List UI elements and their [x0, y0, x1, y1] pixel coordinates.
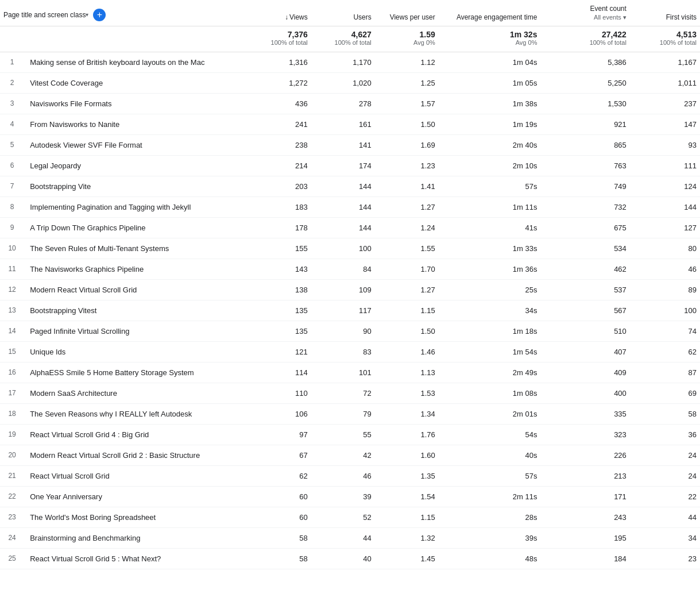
row-index: 20	[0, 445, 24, 465]
row-title[interactable]: React Virtual Scroll Grid	[24, 465, 247, 486]
row-users: 117	[311, 300, 375, 321]
row-title[interactable]: Modern SaaS Architecture	[24, 383, 247, 403]
row-index: 21	[0, 465, 24, 486]
row-index: 10	[0, 238, 24, 259]
row-title[interactable]: A Trip Down The Graphics Pipeline	[24, 217, 247, 238]
col-header-fv[interactable]: First visits	[630, 0, 700, 26]
table-row: 12Modern React Virtual Scroll Grid138109…	[0, 279, 700, 300]
row-fv: 62	[630, 341, 700, 362]
row-ec: 567	[540, 300, 629, 321]
row-index: 6	[0, 155, 24, 176]
total-users: 4,627 100% of total	[311, 26, 375, 52]
row-title[interactable]: The Navisworks Graphics Pipeline	[24, 259, 247, 279]
totals-label	[0, 26, 247, 52]
row-vpu: 1.54	[375, 486, 439, 507]
row-fv: 124	[630, 176, 700, 196]
row-views: 138	[247, 279, 311, 300]
row-title[interactable]: The Seven Reasons why I REALLY left Auto…	[24, 403, 247, 424]
row-vpu: 1.55	[375, 238, 439, 259]
row-title[interactable]: Autodesk Viewer SVF File Format	[24, 134, 247, 155]
row-views: 121	[247, 341, 311, 362]
row-title[interactable]: The Seven Rules of Multi-Tenant Systems	[24, 238, 247, 259]
row-views: 114	[247, 362, 311, 383]
row-users: 42	[311, 445, 375, 465]
col-aet-label: Average engagement time	[457, 13, 537, 21]
row-title[interactable]: Modern React Virtual Scroll Grid 2 : Bas…	[24, 445, 247, 465]
row-title[interactable]: From Navisworks to Nanite	[24, 114, 247, 134]
col-views-label: Views	[289, 13, 308, 21]
row-users: 55	[311, 424, 375, 445]
row-fv: 1,011	[630, 72, 700, 93]
table-row: 19React Virtual Scroll Grid 4 : Big Grid…	[0, 424, 700, 445]
row-title[interactable]: Bootstrapping Vite	[24, 176, 247, 196]
col-header-vpu[interactable]: Views per user	[375, 0, 439, 26]
row-index: 13	[0, 300, 24, 321]
row-fv: 100	[630, 300, 700, 321]
row-users: 79	[311, 403, 375, 424]
row-ec: 675	[540, 217, 629, 238]
row-title[interactable]: Legal Jeopardy	[24, 155, 247, 176]
table-row: 6Legal Jeopardy2141741.232m 10s763111	[0, 155, 700, 176]
row-vpu: 1.35	[375, 465, 439, 486]
total-ec: 27,422 100% of total	[540, 26, 629, 52]
row-aet: 1m 54s	[439, 341, 541, 362]
col-header-users[interactable]: Users	[311, 0, 375, 26]
row-vpu: 1.13	[375, 362, 439, 383]
col-header-aet[interactable]: Average engagement time	[439, 0, 541, 26]
col-title-dropdown-icon[interactable]: ▾	[86, 11, 88, 18]
row-views: 135	[247, 300, 311, 321]
row-fv: 58	[630, 403, 700, 424]
row-title[interactable]: Modern React Virtual Scroll Grid	[24, 279, 247, 300]
row-fv: 46	[630, 259, 700, 279]
row-title[interactable]: One Year Anniversary	[24, 486, 247, 507]
row-title[interactable]: Implementing Pagination and Tagging with…	[24, 196, 247, 217]
row-users: 100	[311, 238, 375, 259]
analytics-table: Page title and screen class ▾ + ↓ Views …	[0, 0, 700, 569]
add-column-button[interactable]: +	[93, 9, 106, 21]
row-title[interactable]: Vitest Code Coverage	[24, 72, 247, 93]
col-ec-sublabel[interactable]: All events ▾	[544, 14, 626, 21]
col-ec-dropdown-icon: ▾	[623, 14, 626, 21]
row-users: 44	[311, 527, 375, 548]
row-users: 1,020	[311, 72, 375, 93]
row-index: 8	[0, 196, 24, 217]
row-title[interactable]: The World's Most Boring Spreadsheet	[24, 507, 247, 527]
row-title[interactable]: Navisworks File Formats	[24, 93, 247, 114]
row-ec: 335	[540, 403, 629, 424]
row-ec: 323	[540, 424, 629, 445]
row-users: 84	[311, 259, 375, 279]
col-header-title[interactable]: Page title and screen class ▾ +	[0, 0, 247, 26]
row-ec: 400	[540, 383, 629, 403]
row-title[interactable]: Bootstrapping Vitest	[24, 300, 247, 321]
row-index: 22	[0, 486, 24, 507]
row-views: 238	[247, 134, 311, 155]
row-vpu: 1.50	[375, 114, 439, 134]
table-row: 22One Year Anniversary60391.542m 11s1712…	[0, 486, 700, 507]
row-users: 46	[311, 465, 375, 486]
row-users: 101	[311, 362, 375, 383]
row-aet: 1m 04s	[439, 52, 541, 72]
row-title[interactable]: Brainstorming and Benchmarking	[24, 527, 247, 548]
row-users: 141	[311, 134, 375, 155]
row-title[interactable]: Paged Infinite Virtual Scrolling	[24, 321, 247, 341]
row-title[interactable]: Unique Ids	[24, 341, 247, 362]
col-header-views[interactable]: ↓ Views	[247, 0, 311, 26]
row-title[interactable]: Making sense of British keyboard layouts…	[24, 52, 247, 72]
row-users: 161	[311, 114, 375, 134]
col-users-label: Users	[353, 13, 371, 21]
col-header-ec[interactable]: Event count All events ▾	[540, 0, 629, 26]
row-index: 9	[0, 217, 24, 238]
row-fv: 127	[630, 217, 700, 238]
row-aet: 1m 05s	[439, 72, 541, 93]
col-fv-label: First visits	[666, 13, 697, 21]
row-title[interactable]: React Virtual Scroll Grid 5 : What Next?	[24, 548, 247, 569]
row-aet: 25s	[439, 279, 541, 300]
row-index: 24	[0, 527, 24, 548]
row-fv: 80	[630, 238, 700, 259]
row-title[interactable]: AlphaESS Smile 5 Home Battery Storage Sy…	[24, 362, 247, 383]
row-title[interactable]: React Virtual Scroll Grid 4 : Big Grid	[24, 424, 247, 445]
row-views: 135	[247, 321, 311, 341]
row-aet: 2m 49s	[439, 362, 541, 383]
row-users: 52	[311, 507, 375, 527]
row-ec: 409	[540, 362, 629, 383]
